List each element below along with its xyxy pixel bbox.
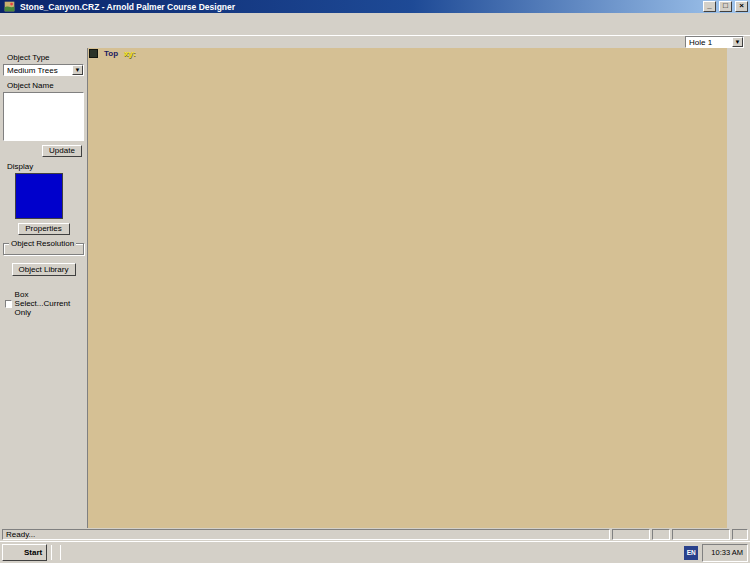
work-area: Object Type Medium Trees ▼ Object Name U… (0, 48, 750, 528)
language-indicator[interactable]: EN (684, 546, 698, 560)
hole-selector[interactable]: Hole 1 ▼ (685, 36, 744, 48)
box-select-checkbox[interactable] (5, 300, 12, 308)
titlebar: Stone_Canyon.CRZ - Arnold Palmer Course … (0, 0, 750, 13)
status-panel (612, 529, 650, 540)
status-panel (732, 529, 748, 540)
start-label: Start (24, 548, 42, 557)
chevron-down-icon[interactable]: ▼ (732, 37, 743, 47)
close-button[interactable]: × (735, 1, 748, 12)
start-button[interactable]: Start (2, 544, 47, 561)
object-type-value: Medium Trees (4, 66, 72, 75)
object-resolution-label: Object Resolution (9, 239, 76, 248)
system-tray: 10:33 AM (702, 544, 748, 562)
app-icon (2, 0, 17, 13)
maximize-button[interactable]: □ (719, 1, 732, 12)
course-map-viewport[interactable]: Top xy: (88, 48, 727, 528)
window-title: Stone_Canyon.CRZ - Arnold Palmer Course … (20, 2, 700, 12)
object-type-select[interactable]: Medium Trees ▼ (3, 64, 84, 76)
object-resolution-group: Object Resolution (3, 243, 84, 255)
clock: 10:33 AM (709, 548, 743, 557)
taskbar-divider (51, 545, 52, 560)
hole-selector-value: Hole 1 (686, 38, 732, 47)
view-tabs (0, 24, 750, 35)
object-name-label: Object Name (7, 81, 84, 90)
box-select-row: Box Select...Current Only (5, 290, 84, 317)
screen: Stone_Canyon.CRZ - Arnold Palmer Course … (0, 0, 750, 563)
view-marker-icon (89, 49, 98, 58)
taskbar-divider (60, 545, 61, 560)
view-overlay-label: Top xy: (89, 49, 136, 58)
app-icon (4, 1, 15, 12)
object-library-button[interactable]: Object Library (12, 263, 76, 276)
minimize-button[interactable]: _ (703, 1, 716, 12)
chevron-down-icon[interactable]: ▼ (72, 65, 83, 75)
display-label: Display (7, 162, 84, 171)
planting-sidebar: Object Type Medium Trees ▼ Object Name U… (0, 48, 88, 528)
status-icon (652, 529, 670, 540)
box-select-label: Box Select...Current Only (15, 290, 84, 317)
coordinate-readout: xy: (124, 49, 136, 58)
app-window: Stone_Canyon.CRZ - Arnold Palmer Course … (0, 0, 750, 541)
toolbar-right: Hole 1 ▼ (685, 36, 747, 48)
taskbar: Start EN 10:33 AM (0, 541, 750, 563)
properties-button[interactable]: Properties (18, 223, 70, 235)
object-preview (15, 173, 63, 219)
menu-bar (0, 13, 750, 24)
windows-logo-icon (7, 546, 22, 559)
view-toolbar (727, 48, 749, 528)
object-type-label: Object Type (7, 53, 84, 62)
status-panel (672, 529, 730, 540)
main-toolbar: Hole 1 ▼ (0, 35, 750, 48)
status-bar: Ready... (0, 528, 750, 541)
status-message: Ready... (2, 529, 610, 540)
object-name-list[interactable] (3, 92, 84, 141)
view-name: Top (104, 49, 118, 58)
update-button[interactable]: Update (42, 145, 82, 157)
